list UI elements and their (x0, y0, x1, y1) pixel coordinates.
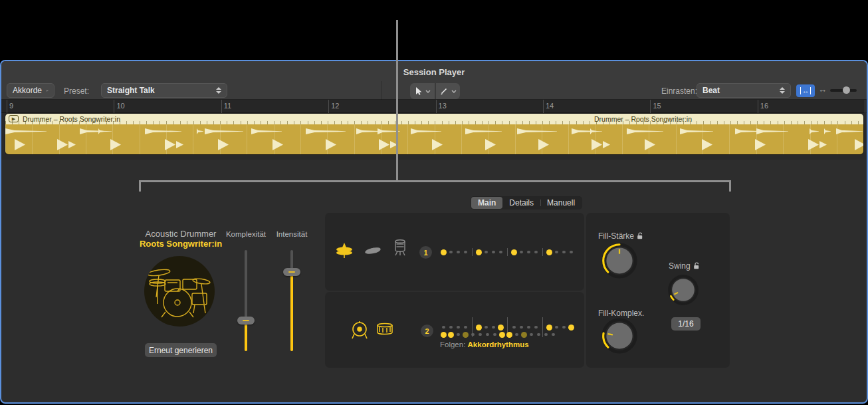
follow-value[interactable]: Akkordrhythmus (468, 340, 529, 348)
pattern-dot[interactable] (555, 251, 558, 254)
drumkit-image[interactable] (144, 256, 215, 327)
beat-separator (542, 248, 543, 256)
chords-dropdown[interactable]: Akkorde (7, 83, 54, 98)
callout-line (396, 20, 398, 182)
drummer-region-body[interactable] (5, 124, 863, 154)
pattern-dot[interactable] (471, 333, 475, 337)
pattern-dot[interactable] (537, 333, 540, 337)
pattern-dot[interactable] (527, 326, 530, 329)
drummer-region[interactable]: ▶ Drummer – Roots Songwriter:in Drummer … (5, 114, 863, 154)
tab-details[interactable]: Details (502, 197, 540, 209)
pattern-dot[interactable] (442, 326, 445, 329)
pattern-dot[interactable] (493, 333, 496, 337)
auto-zoom-button[interactable]: ↔ (796, 84, 815, 97)
slider-thumb[interactable] (283, 268, 300, 276)
drum-hit (485, 139, 496, 150)
pattern-dot[interactable] (568, 325, 574, 331)
pattern-dot[interactable] (552, 333, 555, 337)
pattern-dot[interactable] (463, 332, 469, 338)
snap-value: Beat (703, 86, 720, 95)
tab-manuell[interactable]: Manuell (540, 197, 582, 209)
pattern-dot[interactable] (570, 251, 573, 254)
regenerate-button[interactable]: Erneut generieren (145, 343, 217, 357)
fill-strength-knob[interactable] (601, 242, 638, 279)
pattern-dot[interactable] (492, 251, 495, 254)
pattern-dot[interactable] (534, 326, 538, 329)
ride-cymbal-icon[interactable] (363, 245, 383, 257)
bar-ruler[interactable]: 91011121314151617 (1, 100, 867, 113)
pattern-dot[interactable] (527, 251, 530, 254)
pattern-dot[interactable] (530, 333, 533, 337)
kick-drum-icon[interactable] (350, 321, 370, 340)
pencil-tool-button[interactable] (435, 83, 460, 99)
slider-thumb[interactable] (237, 317, 255, 325)
fill-complex-knob[interactable] (601, 317, 638, 354)
pattern-dot[interactable] (499, 251, 502, 254)
cymbal-hit (98, 128, 105, 134)
cymbal-hit (517, 128, 557, 134)
tab-main[interactable]: Main (471, 197, 502, 209)
pattern-dot[interactable] (449, 326, 453, 329)
snare-drum-icon[interactable] (375, 322, 395, 338)
pattern-dot[interactable] (441, 332, 447, 338)
cymbal-hit (197, 128, 203, 134)
pattern-dot[interactable] (464, 251, 467, 254)
complexity-slider[interactable] (237, 250, 255, 351)
pattern-dot[interactable] (562, 326, 566, 329)
cymbal-pattern-dots[interactable] (440, 248, 575, 256)
pattern-dot[interactable] (457, 326, 460, 329)
cymbal-hit (824, 128, 831, 134)
pattern-dot[interactable] (486, 333, 489, 337)
zoom-slider[interactable] (830, 89, 857, 92)
pattern-dot[interactable] (485, 326, 488, 329)
pattern-dot[interactable] (511, 249, 517, 255)
cymbal-hit (205, 128, 243, 134)
cymbal-hit (145, 128, 181, 134)
zoom-slider-thumb[interactable] (843, 86, 850, 94)
pattern-dot[interactable] (544, 333, 548, 337)
pattern-dot[interactable] (546, 249, 552, 255)
pattern-dot[interactable] (506, 332, 512, 338)
percussion-icon[interactable] (393, 238, 407, 257)
pattern-dot[interactable] (457, 333, 460, 337)
drummer-region-header[interactable]: ▶ Drummer – Roots Songwriter:in Drummer … (5, 114, 863, 124)
pattern-dot[interactable] (464, 326, 467, 329)
pattern-dot[interactable] (515, 333, 518, 337)
callout-bracket (139, 180, 731, 182)
bar-line (436, 100, 437, 113)
pattern-dot[interactable] (520, 326, 523, 329)
beat-separator (507, 248, 508, 256)
pattern-dot[interactable] (476, 325, 482, 331)
pattern-dot[interactable] (441, 249, 447, 255)
snap-popup[interactable]: Beat (697, 83, 791, 98)
chords-dropdown-label: Akkorde (13, 86, 42, 95)
pattern-dot[interactable] (499, 332, 505, 338)
pattern-dot[interactable] (476, 249, 482, 255)
pattern-dot[interactable] (555, 326, 558, 329)
region-play-icon[interactable]: ▶ (9, 115, 19, 122)
pattern-dot[interactable] (562, 251, 566, 254)
pattern-dot[interactable] (512, 326, 516, 329)
pattern-dot[interactable] (492, 326, 495, 329)
swing-rate-button[interactable]: 1/16 (671, 317, 701, 331)
pattern-dot[interactable] (520, 251, 523, 254)
bar-number: 11 (224, 102, 231, 110)
pattern-dot[interactable] (457, 251, 460, 254)
pattern-dot[interactable] (449, 251, 453, 254)
pattern-dot[interactable] (546, 325, 552, 331)
pattern-dot[interactable] (479, 333, 482, 337)
preset-popup[interactable]: Straight Talk (101, 83, 227, 98)
unlock-icon[interactable] (693, 262, 700, 269)
pattern-dot[interactable] (498, 325, 504, 331)
pattern-dot[interactable] (521, 332, 527, 338)
hihat-icon[interactable] (335, 241, 354, 259)
intensity-slider[interactable] (282, 250, 301, 351)
kick-pattern-dots[interactable] (440, 331, 557, 338)
pattern-dot[interactable] (448, 332, 454, 338)
pointer-tool-button[interactable] (410, 83, 435, 99)
pattern-dot[interactable] (485, 251, 488, 254)
unlock-icon[interactable] (637, 232, 643, 239)
pattern-dot[interactable] (534, 251, 538, 254)
drum-hit (808, 139, 819, 150)
swing-knob[interactable] (667, 274, 699, 306)
